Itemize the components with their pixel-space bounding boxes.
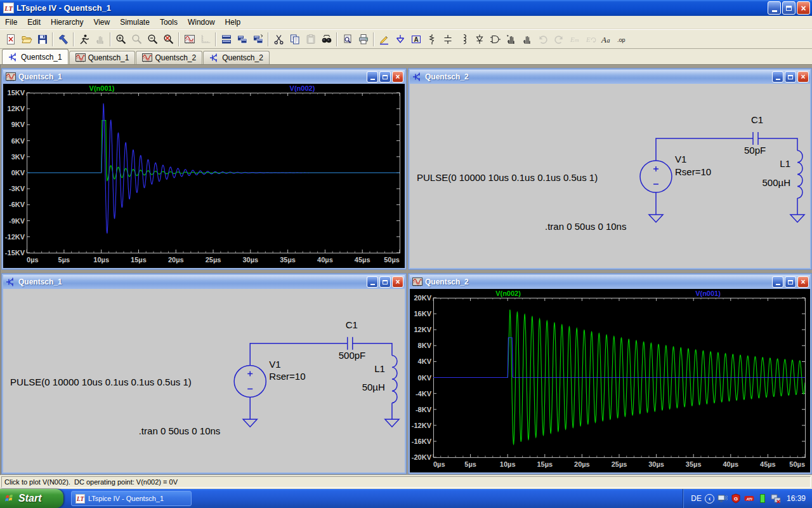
close-button[interactable]: × xyxy=(392,276,403,288)
copy-button[interactable] xyxy=(287,31,303,47)
clock[interactable]: 16:39 xyxy=(787,494,806,503)
menu-tools[interactable]: Tools xyxy=(155,17,183,28)
cut-button[interactable] xyxy=(271,31,287,47)
tran-directive-text[interactable]: .tran 0 50us 0 10ns xyxy=(545,221,626,232)
menu-edit[interactable]: Edit xyxy=(22,17,46,28)
ground-button[interactable] xyxy=(392,31,408,47)
autorange-y-button[interactable] xyxy=(181,31,197,47)
task-button-ltspice[interactable]: LT LTspice IV - Quentsch_1 xyxy=(71,491,192,506)
close-button[interactable]: × xyxy=(797,71,809,83)
language-indicator[interactable]: DE xyxy=(691,494,702,503)
green-status-icon[interactable] xyxy=(757,493,768,504)
window-titlebar[interactable]: Quentsch_1 × xyxy=(3,275,405,289)
menu-view[interactable]: View xyxy=(88,17,115,28)
display-settings-icon[interactable] xyxy=(717,493,728,504)
c1-value[interactable]: 500pF xyxy=(339,350,366,361)
pulse-directive-text[interactable]: PULSE(0 10000 10us 0.1us 0.1us 0.5us 1) xyxy=(417,172,598,183)
network-offline-icon[interactable] xyxy=(771,493,781,504)
waveform-viewer[interactable]: 0µs5µs10µs15µs20µs25µs30µs35µs40µs45µs50… xyxy=(3,84,405,268)
menu-file[interactable]: File xyxy=(0,17,22,28)
tile-horizontal-button[interactable] xyxy=(218,31,234,47)
close-button[interactable]: × xyxy=(797,1,810,15)
menu-simulate[interactable]: Simulate xyxy=(115,17,155,28)
legend-V(n002)[interactable]: V(n002) xyxy=(290,84,315,92)
close-button[interactable]: × xyxy=(392,71,403,83)
wire-button[interactable] xyxy=(376,31,392,47)
restore-button[interactable] xyxy=(782,1,796,15)
save-button[interactable] xyxy=(34,31,50,47)
menu-help[interactable]: Help xyxy=(220,17,246,28)
zoom-in-button[interactable] xyxy=(113,31,129,47)
window-titlebar[interactable]: Quentsch_1 × xyxy=(3,70,405,84)
c1-value[interactable]: 50pF xyxy=(744,145,766,156)
window-titlebar[interactable]: Quentsch_2 × xyxy=(410,70,810,84)
waveform-viewer[interactable]: 0µs5µs10µs15µs20µs25µs30µs35µs40µs45µs50… xyxy=(410,289,810,472)
spice-directive-button[interactable]: .op xyxy=(614,31,630,47)
tile-vertical-button[interactable] xyxy=(234,31,250,47)
drag-button[interactable] xyxy=(519,31,535,47)
c1-label[interactable]: C1 xyxy=(346,319,358,330)
schematic-editor[interactable]: PULSE(0 10000 10us 0.1us 0.1us 0.5us 1).… xyxy=(3,289,405,472)
tab-quentsch_2-3[interactable]: Quentsch_2 xyxy=(203,51,270,64)
legend-V(n002)[interactable]: V(n002) xyxy=(495,290,521,297)
tran-directive-text[interactable]: .tran 0 50us 0 10ns xyxy=(139,425,221,436)
minimize-button[interactable] xyxy=(768,1,781,15)
v1-label[interactable]: V1 xyxy=(269,359,280,370)
pulse-directive-text[interactable]: PULSE(0 10000 10us 0.1us 0.1us 0.5us 1) xyxy=(10,377,192,388)
ati-catalyst-icon[interactable]: ATI xyxy=(744,493,754,504)
l1-label[interactable]: L1 xyxy=(374,363,385,374)
diode-button[interactable] xyxy=(471,31,487,47)
close-button[interactable]: × xyxy=(797,276,809,288)
resistor-button[interactable] xyxy=(424,31,440,47)
menu-window[interactable]: Window xyxy=(183,17,220,28)
minimize-button[interactable] xyxy=(367,71,378,83)
cascade-windows-button[interactable] xyxy=(250,31,266,47)
start-button[interactable]: Start xyxy=(0,489,63,508)
open-button[interactable] xyxy=(18,31,34,47)
maximize-button[interactable] xyxy=(379,71,391,83)
print-button[interactable] xyxy=(355,31,371,47)
schematic-editor[interactable]: PULSE(0 10000 10us 0.1us 0.1us 0.5us 1).… xyxy=(410,84,810,268)
zoom-out-button[interactable] xyxy=(145,31,160,47)
legend-V(n001)[interactable]: V(n001) xyxy=(89,84,115,92)
gdata-antivirus-icon[interactable]: G xyxy=(731,493,741,504)
text-tool-button[interactable]: Aa xyxy=(598,31,614,47)
schematic-icon xyxy=(6,277,16,287)
v1-value[interactable]: Rser=10 xyxy=(675,166,711,177)
x-tick-label: 5µs xyxy=(464,460,476,468)
zoom-full-extents-button[interactable] xyxy=(160,31,176,47)
minimize-button[interactable] xyxy=(772,71,783,83)
x-tick-label: 0µs xyxy=(433,460,445,468)
capacitor-button[interactable] xyxy=(440,31,455,47)
find-button[interactable] xyxy=(318,31,334,47)
l1-label[interactable]: L1 xyxy=(780,158,790,169)
component-button[interactable] xyxy=(487,31,503,47)
collapse-chevron-icon[interactable]: ‹ xyxy=(705,494,714,504)
tab-quentsch_2-2[interactable]: Quentsch_2 xyxy=(136,51,202,64)
new-schematic-button[interactable] xyxy=(3,31,18,47)
minimize-button[interactable] xyxy=(367,276,378,288)
tab-quentsch_1-0[interactable]: Quentsch_1 xyxy=(2,49,69,64)
print-preview-button[interactable] xyxy=(339,31,355,47)
inductor-button[interactable] xyxy=(455,31,471,47)
minimize-button[interactable] xyxy=(772,276,783,288)
maximize-button[interactable] xyxy=(785,276,796,288)
net-label-button[interactable]: A xyxy=(408,31,424,47)
legend-V(n001)[interactable]: V(n001) xyxy=(695,290,721,297)
control-panel-button[interactable] xyxy=(55,31,71,47)
app-titlebar[interactable]: LT LTspice IV - Quentsch_1 × xyxy=(0,0,812,16)
y-tick-label: -3KV xyxy=(9,185,25,192)
maximize-button[interactable] xyxy=(785,71,796,83)
window-titlebar[interactable]: Quentsch_2 × xyxy=(410,275,810,289)
c1-label[interactable]: C1 xyxy=(751,114,763,125)
l1-value[interactable]: 500µH xyxy=(762,177,790,188)
l1-value[interactable]: 50µH xyxy=(362,382,385,392)
maximize-button[interactable] xyxy=(379,276,391,288)
run-button[interactable] xyxy=(76,31,92,47)
move-button[interactable] xyxy=(503,31,519,47)
run-icon xyxy=(79,34,90,45)
tab-quentsch_1-1[interactable]: Quentsch_1 xyxy=(69,51,136,64)
menu-hierarchy[interactable]: Hierarchy xyxy=(46,17,88,28)
v1-label[interactable]: V1 xyxy=(675,154,686,164)
v1-value[interactable]: Rser=10 xyxy=(269,371,305,382)
